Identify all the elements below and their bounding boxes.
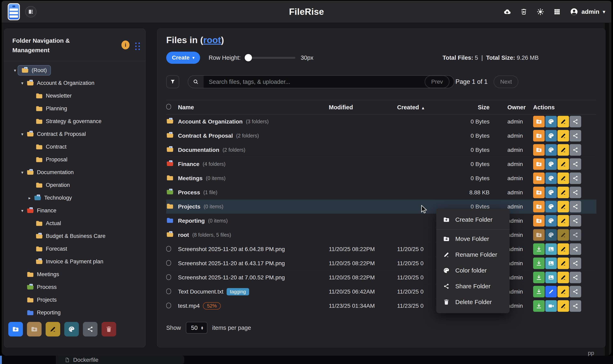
move-folder-button[interactable] xyxy=(533,144,545,156)
root-breadcrumb-link[interactable]: root xyxy=(203,35,221,45)
share-folder-button[interactable] xyxy=(570,130,581,142)
delete-folder-button[interactable] xyxy=(102,322,116,337)
apps-grid-icon[interactable] xyxy=(554,8,560,16)
rename-file-button[interactable] xyxy=(557,300,569,312)
tree-item-root[interactable]: ▾ (Root) xyxy=(4,64,145,77)
context-rename-folder[interactable]: Rename Folder xyxy=(436,247,510,262)
search-input[interactable] xyxy=(204,76,454,88)
move-folder-button[interactable] xyxy=(533,172,545,184)
tree-item-actual[interactable]: Actual xyxy=(4,217,145,230)
row-checkbox[interactable] xyxy=(166,260,171,266)
rename-folder-button[interactable] xyxy=(557,201,569,212)
rename-folder-button[interactable] xyxy=(557,215,569,227)
per-page-select[interactable]: 50 ▲▼ xyxy=(186,322,207,334)
filerise-logo-icon[interactable] xyxy=(8,3,20,20)
color-folder-button[interactable] xyxy=(545,130,557,142)
caret-down-icon[interactable]: ▾ xyxy=(20,132,25,137)
table-row[interactable]: Screenshot 2025-11-20 at 7.00.52 PM.png … xyxy=(166,271,596,285)
rename-folder-button[interactable] xyxy=(557,158,569,170)
tree-item-documentation[interactable]: ▾Documentation xyxy=(4,166,145,179)
table-row[interactable]: Documentation(2 folders) 0 Bytesadmin xyxy=(166,143,596,157)
tree-item-planning[interactable]: Planning xyxy=(4,102,145,115)
scrollbar-gutter[interactable] xyxy=(605,23,609,356)
table-row[interactable]: root(8 folders, 5 files) admin xyxy=(166,228,596,242)
tree-item-budget-business-care[interactable]: Budget & Business Care xyxy=(4,230,145,243)
context-delete-folder[interactable]: Delete Folder xyxy=(436,294,510,310)
share-file-button[interactable] xyxy=(570,258,581,269)
table-row[interactable]: Meetings(0 items) 0 Bytesadmin xyxy=(166,171,596,185)
download-button[interactable] xyxy=(533,286,545,297)
trash-restore-icon[interactable] xyxy=(520,8,527,16)
row-checkbox[interactable] xyxy=(166,303,171,308)
share-folder-button[interactable] xyxy=(570,201,581,212)
share-folder-button[interactable] xyxy=(570,215,581,227)
tree-item-meetings[interactable]: Meetings xyxy=(4,268,145,281)
table-row[interactable]: test.mp452% 11/23/25 01:34AM11/23/25 0 a… xyxy=(166,299,596,313)
preview-image-button[interactable] xyxy=(545,258,557,269)
rename-file-button[interactable] xyxy=(557,243,569,255)
rename-folder-button[interactable] xyxy=(557,144,569,156)
move-folder-button[interactable] xyxy=(533,116,545,127)
table-row[interactable]: Screenshot 2025-11-20 at 6.43.17 PM.png … xyxy=(166,256,596,271)
sun-theme-icon[interactable] xyxy=(537,8,544,16)
tree-item-strategy-governance[interactable]: Strategy & governance xyxy=(4,115,145,128)
download-button[interactable] xyxy=(533,272,545,283)
prev-page-button[interactable]: Prev xyxy=(425,76,449,88)
table-row[interactable]: Reporting(0 items) admin xyxy=(166,214,596,228)
preview-image-button[interactable] xyxy=(545,243,557,255)
row-checkbox[interactable] xyxy=(166,274,171,280)
move-folder-button[interactable] xyxy=(533,130,545,142)
caret-down-icon[interactable]: ▾ xyxy=(20,170,25,175)
color-folder-button[interactable] xyxy=(545,116,557,127)
color-folder-button[interactable] xyxy=(545,158,557,170)
play-video-button[interactable] xyxy=(545,300,557,312)
color-folder-button[interactable] xyxy=(545,201,557,212)
info-icon[interactable]: i xyxy=(121,40,129,49)
slider-thumb[interactable] xyxy=(245,54,252,61)
share-folder-button[interactable] xyxy=(570,116,581,127)
table-row[interactable]: Contract & Proposal(2 folders) 0 Bytesad… xyxy=(166,129,596,143)
column-header-created[interactable]: Created▲ xyxy=(397,104,468,111)
table-row-highlighted[interactable]: Projects(0 items) 0 Bytesadmin xyxy=(166,200,596,214)
tree-item-projects[interactable]: Projects xyxy=(4,294,145,306)
download-button[interactable] xyxy=(533,300,545,312)
rename-file-button[interactable] xyxy=(557,258,569,269)
user-menu[interactable]: admin ▾ xyxy=(570,8,605,16)
share-file-button[interactable] xyxy=(570,272,581,283)
select-all-checkbox[interactable] xyxy=(166,104,171,110)
download-button[interactable] xyxy=(533,243,545,255)
column-header-name[interactable]: Name xyxy=(178,104,329,111)
caret-down-icon[interactable]: ▾ xyxy=(20,208,25,213)
column-header-owner[interactable]: Owner xyxy=(489,104,533,111)
filter-button[interactable] xyxy=(166,75,179,88)
table-row[interactable]: Finance(4 folders) 0 Bytesadmin xyxy=(166,157,596,171)
rename-folder-button[interactable] xyxy=(557,172,569,184)
share-folder-button[interactable] xyxy=(570,187,581,198)
tree-item-finance[interactable]: ▾Finance xyxy=(4,204,145,217)
share-folder-button[interactable] xyxy=(570,158,581,170)
tree-item-operation[interactable]: Operation xyxy=(4,179,145,192)
share-folder-button[interactable] xyxy=(570,144,581,156)
share-folder-button[interactable] xyxy=(570,172,581,184)
move-folder-button[interactable] xyxy=(533,187,545,198)
context-share-folder[interactable]: Share Folder xyxy=(436,278,510,294)
next-page-button[interactable]: Next xyxy=(494,76,518,88)
move-folder-button[interactable] xyxy=(533,158,545,170)
context-create-folder[interactable]: Create Folder xyxy=(436,212,510,228)
caret-down-icon[interactable]: ▾ xyxy=(12,68,18,73)
share-file-button[interactable] xyxy=(570,243,581,255)
row-checkbox[interactable] xyxy=(166,246,171,252)
rename-folder-button[interactable] xyxy=(557,187,569,198)
color-folder-button[interactable] xyxy=(545,144,557,156)
context-move-folder[interactable]: Move Folder xyxy=(436,231,510,247)
tree-item-invoice-payment-plan[interactable]: Invoice & Payment plan xyxy=(4,255,145,268)
create-button[interactable]: Create▾ xyxy=(166,52,200,64)
rename-folder-button[interactable] xyxy=(557,130,569,142)
create-folder-button[interactable] xyxy=(8,322,23,337)
tree-item-contract-proposal[interactable]: ▾Contract & Proposal xyxy=(4,128,145,141)
tree-item-newsletter[interactable]: Newsletter xyxy=(4,90,145,102)
rename-folder-button[interactable] xyxy=(46,322,60,337)
share-file-button[interactable] xyxy=(570,286,581,297)
rename-file-button[interactable] xyxy=(557,272,569,283)
color-folder-button[interactable] xyxy=(545,172,557,184)
